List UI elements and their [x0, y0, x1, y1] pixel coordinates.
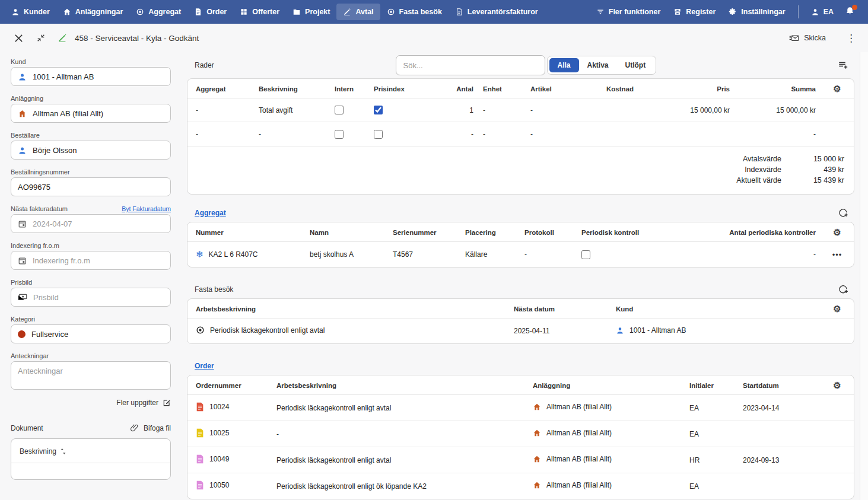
- fasta-besok-row[interactable]: Periodisk läckagekontroll enligt avtal 2…: [187, 319, 854, 344]
- col-antal-periodiska[interactable]: Antal periodiska kontroller: [695, 222, 821, 242]
- col-summa[interactable]: Summa: [735, 79, 821, 98]
- col-antal[interactable]: Antal: [426, 79, 478, 98]
- nav-item-leverantorsfakturor[interactable]: Leverantörsfakturor: [449, 4, 545, 20]
- filter-utlopt[interactable]: Utlöpt: [617, 58, 654, 72]
- nav-item-offerter[interactable]: Offerter: [233, 4, 286, 20]
- edit-icon: [163, 399, 171, 407]
- dokument-sort-header[interactable]: Beskrivning: [11, 439, 170, 463]
- aggregat-row[interactable]: ❄KA2 L 6 R407C betj skolhus A T4567 Käll…: [187, 242, 854, 267]
- col-arbetsbeskrivning[interactable]: Arbetsbeskrivning: [272, 375, 528, 395]
- add-row-button[interactable]: [838, 60, 848, 71]
- nav-item-order[interactable]: Order: [187, 4, 233, 20]
- prisindex-checkbox[interactable]: [374, 130, 383, 139]
- col-beskrivning[interactable]: Beskrivning: [254, 79, 330, 98]
- periodisk-kontroll-checkbox[interactable]: [581, 250, 590, 259]
- table-settings-icon[interactable]: ⚙: [833, 84, 841, 94]
- indexering-field: Indexering fr.o.m Indexering fr.o.m: [11, 242, 171, 270]
- nav-item-label: Anläggningar: [75, 8, 123, 16]
- col-startdatum[interactable]: Startdatum: [738, 375, 821, 395]
- order-link[interactable]: Order: [195, 362, 214, 370]
- filter-alla[interactable]: Alla: [549, 58, 579, 72]
- dokument-column-label: Beskrivning: [20, 447, 56, 456]
- col-pris[interactable]: Pris: [668, 79, 735, 98]
- col-kund[interactable]: Kund: [611, 299, 821, 319]
- order-row[interactable]: 10024 Periodisk läckagekontroll enligt a…: [187, 395, 854, 421]
- nav-item-fasta-besok[interactable]: Fasta besök: [380, 4, 449, 20]
- col-initialer[interactable]: Initialer: [685, 375, 738, 395]
- col-kostnad[interactable]: Kostnad: [602, 79, 668, 98]
- col-placering[interactable]: Placering: [460, 222, 520, 242]
- nav-item-label: Offerter: [252, 8, 279, 16]
- rader-summary: Avtalsvärde 15 000 kr Indexvärde 439 kr …: [187, 147, 854, 194]
- collapse-button[interactable]: [33, 30, 49, 46]
- nav-item-anlaggningar[interactable]: Anläggningar: [56, 4, 130, 20]
- summary-label: Indexvärde: [745, 164, 781, 175]
- nav-item-projekt[interactable]: Projekt: [286, 4, 336, 20]
- byt-fakturadatum-link[interactable]: Byt Fakturadatum: [122, 205, 171, 212]
- nav-user-button[interactable]: EA: [805, 4, 840, 20]
- invoice-icon: [455, 8, 463, 16]
- indexering-input[interactable]: Indexering fr.o.m: [11, 251, 171, 270]
- anteckningar-textarea[interactable]: Anteckningar: [11, 361, 171, 390]
- table-settings-icon[interactable]: ⚙: [833, 304, 841, 314]
- table-settings-icon[interactable]: ⚙: [833, 380, 841, 390]
- table-settings-icon[interactable]: ⚙: [833, 227, 841, 237]
- col-protokoll[interactable]: Protokoll: [520, 222, 577, 242]
- filter-aktiva[interactable]: Aktiva: [579, 58, 617, 72]
- nasta-fakturadatum-input[interactable]: 2024-04-07: [11, 214, 171, 233]
- aggregat-table: Nummer Namn Serienummer Placering Protok…: [187, 222, 854, 267]
- archive-icon: [673, 8, 682, 16]
- col-ordernummer[interactable]: Ordernummer: [187, 375, 272, 395]
- bestallningsnummer-input[interactable]: AO99675: [11, 177, 171, 196]
- close-button[interactable]: [11, 30, 26, 46]
- order-row[interactable]: 10050 Periodisk läckagekontroll enligt ö…: [187, 473, 854, 499]
- col-artikel[interactable]: Artikel: [526, 79, 602, 98]
- home-icon: [63, 8, 71, 16]
- col-anlaggning[interactable]: Anläggning: [528, 375, 685, 395]
- nav-item-aggregat[interactable]: Aggregat: [129, 4, 187, 20]
- bestallare-input[interactable]: Börje Olsson: [11, 141, 171, 160]
- anlaggning-input[interactable]: Alltman AB (filial Allt): [11, 104, 171, 123]
- prisbild-input[interactable]: Prisbild: [11, 288, 171, 307]
- col-enhet[interactable]: Enhet: [478, 79, 526, 98]
- home-icon: [18, 109, 27, 118]
- nav-item-register[interactable]: Register: [667, 4, 722, 20]
- col-periodisk-kontroll[interactable]: Periodisk kontroll: [577, 222, 695, 242]
- nav-item-kunder[interactable]: Kunder: [5, 4, 56, 20]
- summary-value: 439 kr: [790, 164, 844, 175]
- col-arbetsbeskrivning[interactable]: Arbetsbeskrivning: [187, 299, 509, 319]
- intern-checkbox[interactable]: [335, 130, 344, 139]
- prisindex-checkbox[interactable]: [374, 106, 383, 114]
- nav-item-fler-funktioner[interactable]: Fler funktioner: [590, 4, 667, 20]
- intern-checkbox[interactable]: [335, 106, 344, 114]
- calendar-icon: [18, 219, 27, 228]
- col-nummer[interactable]: Nummer: [187, 222, 305, 242]
- col-nasta-datum[interactable]: Nästa datum: [509, 299, 611, 319]
- rader-search-input[interactable]: [396, 55, 545, 75]
- snowflake-icon: ❄: [196, 249, 204, 260]
- anteckningar-label: Anteckningar: [11, 352, 171, 359]
- nav-item-installningar[interactable]: Inställningar: [722, 4, 791, 20]
- col-aggregat[interactable]: Aggregat: [187, 79, 254, 98]
- notifications-button[interactable]: [840, 2, 862, 22]
- col-prisindex[interactable]: Prisindex: [369, 79, 426, 98]
- aggregat-link[interactable]: Aggregat: [195, 209, 226, 217]
- fler-uppgifter-link[interactable]: Fler uppgifter: [11, 399, 171, 407]
- more-options-button[interactable]: ⋮: [846, 32, 856, 44]
- kund-input[interactable]: 1001 - Alltman AB: [11, 67, 171, 86]
- order-row[interactable]: 10049 Periodisk läckagekontroll enligt a…: [187, 447, 854, 473]
- send-button[interactable]: Skicka: [784, 31, 831, 45]
- nav-item-avtal[interactable]: Avtal: [336, 4, 380, 20]
- col-serienummer[interactable]: Serienummer: [388, 222, 460, 242]
- col-intern[interactable]: Intern: [330, 79, 369, 98]
- vertical-scrollbar[interactable]: [860, 52, 868, 500]
- bifoga-fil-button[interactable]: Bifoga fil: [131, 423, 171, 432]
- order-row[interactable]: 10025 - Alltman AB (filial Allt) EA: [187, 421, 854, 447]
- rader-row[interactable]: - Total avgift 1 - - 15 000,00 kr 15 000…: [187, 98, 854, 122]
- add-fasta-besok-button[interactable]: [838, 284, 848, 295]
- add-aggregat-button[interactable]: [838, 208, 848, 218]
- row-menu-icon[interactable]: •••: [832, 250, 842, 259]
- col-namn[interactable]: Namn: [305, 222, 388, 242]
- rader-row[interactable]: - - - - - -: [187, 122, 854, 146]
- kategori-input[interactable]: Fullservice: [11, 324, 171, 343]
